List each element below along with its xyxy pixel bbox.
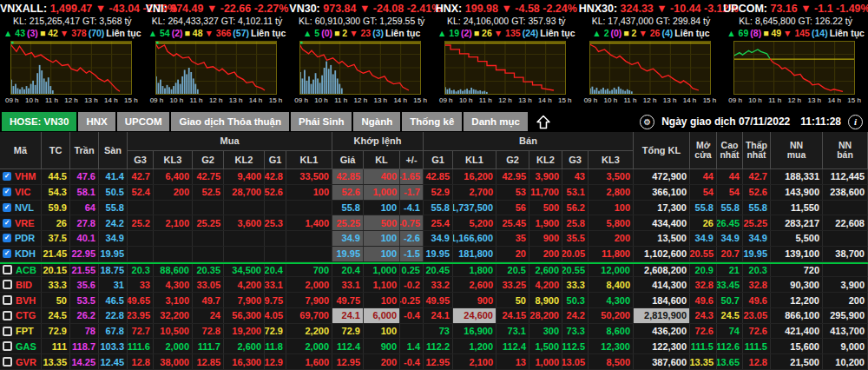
cell: 100 (364, 293, 400, 307)
cell: 122,300 (634, 339, 690, 353)
cell: 55.8 (717, 201, 743, 215)
table-row-BVH[interactable]: BVH5053.546.549.653,10049.77,90049.757,9… (0, 293, 868, 308)
cell: 20.3 (743, 264, 771, 277)
row-checkbox-VHM[interactable]: ✓ (3, 172, 11, 181)
cell: 1,100 (364, 277, 400, 292)
table-row-KDH[interactable]: ✓KDH21.4522.9519.9519.95100-1.519.95181,… (0, 247, 868, 262)
row-checkbox-VIC[interactable]: ✓ (3, 188, 11, 196)
cell (265, 201, 286, 215)
row-checkbox-FPT[interactable] (3, 327, 12, 336)
cell: 49.65 (128, 293, 154, 307)
time-axis-tick: 11 h (190, 96, 203, 105)
tab-giao-dich-thoa-thuan[interactable]: Giao dịch Thỏa thuận (171, 112, 289, 131)
cell: 200 (589, 231, 634, 246)
table-row-VIC[interactable]: ✓VIC54.358.150.552.420052.528,70052.6100… (0, 185, 868, 201)
tab-hose-vn30[interactable]: HOSE: VN30 (2, 112, 76, 131)
cell: 11,166,600 (453, 231, 496, 246)
row-checkbox-GAS[interactable] (3, 341, 12, 351)
table-row-VRE[interactable]: ✓VRE2627.824.225.22,10025.253,60025.31,4… (0, 215, 868, 231)
symbol-label: CTG (16, 310, 36, 320)
cell: 9,000 (823, 339, 868, 353)
cell: 33.1 (332, 277, 364, 292)
cell: 28,700 (224, 185, 265, 200)
cell: -2.6 (400, 231, 424, 246)
index-breadth-line: ▲ 54(2)■ 48▼ 366(57)Liên tục (145, 27, 290, 40)
info-icon[interactable]: i (848, 115, 863, 129)
table-row-ACB[interactable]: ACB20.1521.5518.7520.388,60020.3534,5002… (0, 262, 868, 278)
time-axis-tick: 13 h (84, 96, 98, 105)
row-checkbox-CTG[interactable] (3, 311, 12, 320)
cell: 31 (99, 277, 128, 292)
cell: 20.05 (562, 247, 589, 261)
cell: 24.15 (496, 308, 529, 323)
cell: 37.5 (42, 231, 70, 246)
row-checkbox-BVH[interactable] (3, 295, 12, 305)
decliners-count: ▼ 135 (494, 28, 521, 38)
settings-gear-icon[interactable]: ⚙ (640, 115, 654, 129)
cell: 34.9 (332, 231, 364, 246)
cell: 6,400 (154, 169, 193, 184)
index-chart (10, 41, 133, 96)
cell (128, 247, 154, 261)
cell: 20.3 (128, 264, 154, 277)
table-row-PDR[interactable]: ✓PDR37.540.134.934.9100-2.634.911,166,60… (0, 231, 868, 247)
time-axis-labels: 09 h10 h11 h12 h13 h14 h15 h (150, 96, 283, 105)
index-breadth-line: ▲ 43(3)■ 42▼ 378(70)Liên tục (0, 27, 145, 40)
tab-nganh[interactable]: Ngành (353, 112, 400, 131)
index-chart (589, 41, 712, 96)
time-axis-labels: 09 h10 h11 h12 h13 h14 h15 h (728, 96, 861, 105)
row-checkbox-PDR[interactable]: ✓ (3, 234, 11, 242)
tab-hnx[interactable]: HNX (78, 112, 115, 131)
time-axis-tick: 15 h (413, 96, 427, 105)
time-axis-tick: 09 h (150, 96, 164, 105)
time-axis-labels: 09 h10 h11 h12 h13 h14 h15 h (5, 96, 138, 105)
tab-danh-muc[interactable]: Danh mục (464, 112, 528, 131)
table-row-GAS[interactable]: GAS111118.7103.3111.62,000111.72,600111.… (0, 339, 868, 354)
cell: 90,300 (771, 277, 823, 292)
cell: 25.45 (496, 215, 529, 230)
cell: 434,400 (634, 215, 690, 230)
row-checkbox-BID[interactable] (3, 280, 12, 289)
advancers-count: ▲ 19 (437, 28, 459, 38)
cell: 21,500 (771, 354, 823, 369)
row-checkbox-VRE[interactable]: ✓ (3, 219, 11, 228)
table-row-GVR[interactable]: GVR13.3514.2512.4512.838,00012.8516,3001… (0, 354, 868, 370)
row-checkbox-KDH[interactable]: ✓ (3, 249, 11, 258)
cell: 12.95 (332, 354, 364, 369)
cell: 100 (364, 324, 400, 339)
cell: 188,331 (771, 169, 823, 184)
cell: 238,600 (823, 185, 868, 200)
cell: 295,900 (823, 308, 868, 323)
table-row-BID[interactable]: BID33.335.631334,30033.054,20033.12,0003… (0, 277, 868, 293)
cell: 25.2 (128, 215, 154, 230)
time-axis-tick: 11 h (45, 96, 58, 105)
index-name: UPCOM: (723, 3, 767, 15)
cell: 44.5 (42, 169, 70, 184)
cell: 900 (453, 293, 496, 307)
time-axis-tick: 10 h (748, 96, 762, 105)
cell: 25.25 (332, 215, 364, 230)
cell: 421,400 (771, 324, 823, 339)
collapse-up-arrow-icon[interactable] (535, 115, 552, 129)
cell: 100 (364, 247, 400, 261)
table-row-VHM[interactable]: ✓VHM44.547.641.442.76,40042.759,40042.83… (0, 169, 868, 185)
cell (224, 201, 265, 215)
table-row-NVL[interactable]: ✓NVL59.96455.855.8100-4.155.811,737,5005… (0, 201, 868, 216)
cell: 55.8 (424, 201, 453, 215)
row-checkbox-GVR[interactable] (3, 357, 12, 367)
cell: 11,737,500 (453, 201, 496, 215)
cell: 3,100 (154, 293, 193, 307)
tab-thong-ke[interactable]: Thống kê (402, 112, 462, 131)
row-checkbox-NVL[interactable]: ✓ (3, 203, 11, 212)
table-row-CTG[interactable]: CTG24.526.222.823.9532,2002456,30024.056… (0, 308, 868, 324)
tab-upcom[interactable]: UPCOM (117, 112, 170, 131)
price-table: MãTCTrầnSànMuaKhớp lệnhBánTổng KLMởcửaCa… (0, 132, 868, 370)
table-header: MãTCTrầnSànMuaKhớp lệnhBánTổng KLMởcửaCa… (0, 132, 868, 169)
cell: 50.5 (99, 185, 128, 200)
table-row-FPT[interactable]: FPT72.97867.872.710,50072.819,20072.92,2… (0, 324, 868, 340)
floor-count: (3) (372, 28, 384, 38)
row-checkbox-ACB[interactable] (3, 265, 12, 274)
cell: 44 (690, 169, 717, 184)
cell: 112,445 (823, 169, 868, 184)
tab-phai-sinh[interactable]: Phái Sinh (291, 112, 352, 131)
